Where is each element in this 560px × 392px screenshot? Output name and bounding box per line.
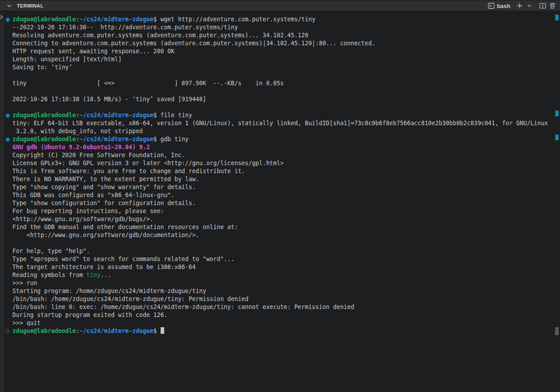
command-gutter <box>4 239 12 247</box>
command-gutter <box>4 263 12 271</box>
terminal-line: Type "show configuration" for configurat… <box>4 199 560 207</box>
terminal-line: zdugue@labradoodle:~/cs24/midterm-zdugue… <box>4 327 560 335</box>
command-gutter <box>4 255 12 263</box>
overview-ruler-mark <box>555 15 559 20</box>
command-gutter <box>4 327 12 335</box>
terminal-line-text: 2022-10-26 17:10:38 (18.5 MB/s) - ‘tiny’… <box>12 95 206 103</box>
panel-collapse-chevron-icon[interactable] <box>4 1 14 11</box>
command-decoration-success-icon[interactable] <box>6 138 10 142</box>
command-decoration-success-icon[interactable] <box>6 114 10 118</box>
command-gutter <box>4 32 12 40</box>
command-gutter <box>4 40 12 48</box>
terminal-icon <box>488 2 495 9</box>
terminal-tab-bash[interactable]: bash <box>488 2 510 9</box>
terminal-line-text: Starting program: /home/zdugue/cs24/midt… <box>12 287 206 295</box>
terminal-line-text: Type "show configuration" for configurat… <box>12 199 196 207</box>
terminal-line <box>4 239 560 247</box>
terminal-line <box>4 103 560 111</box>
new-terminal-button[interactable] <box>515 1 525 11</box>
panel-title: TERMINAL <box>17 3 43 8</box>
terminal-line-text: >>> quit <box>12 319 41 327</box>
command-gutter <box>4 319 12 327</box>
terminal-line-text: For bug reporting instructions, please s… <box>12 207 164 215</box>
terminal-line-text: There is NO WARRANTY, to the extent perm… <box>12 175 199 183</box>
command-gutter <box>4 143 12 151</box>
command-gutter <box>4 159 12 167</box>
terminal-line: License GPLv3+: GNU GPL version 3 or lat… <box>4 159 560 167</box>
terminal-lines: zdugue@labradoodle:~/cs24/midterm-zdugue… <box>4 16 560 335</box>
command-gutter <box>4 63 12 71</box>
terminal-line-text: Reading symbols from tiny... <box>12 271 111 279</box>
terminal-line: Length: unspecified [text/html] <box>4 55 560 63</box>
terminal-line-text: /bin/bash: line 0: exec: /home/zdugue/cs… <box>12 303 354 311</box>
terminal-line-text: 3.2.0, with debug_info, not stripped <box>12 127 143 135</box>
terminal-line-text: During startup program exited with code … <box>12 311 167 319</box>
terminal-line <box>4 71 560 79</box>
command-gutter <box>4 103 12 111</box>
overview-ruler-mark <box>555 327 559 335</box>
terminal-line-text: Type "show copying" and "show warranty" … <box>12 183 196 191</box>
command-gutter <box>4 48 12 55</box>
terminal-line-text: /bin/bash: /home/zdugue/cs24/midterm-zdu… <box>12 295 248 303</box>
command-gutter <box>4 135 12 143</box>
terminal-line: Starting program: /home/zdugue/cs24/midt… <box>4 287 560 295</box>
terminal-body[interactable]: zdugue@labradoodle:~/cs24/midterm-zdugue… <box>4 12 560 392</box>
command-decoration-pending-icon[interactable] <box>6 329 9 333</box>
terminal-line-text: zdugue@labradoodle:~/cs24/midterm-zdugue… <box>12 111 192 119</box>
command-gutter <box>4 183 12 191</box>
command-gutter <box>4 191 12 199</box>
terminal-line-text: --2022-10-26 17:10:38-- http://adventure… <box>12 24 238 32</box>
overview-ruler-mark <box>555 111 559 116</box>
command-gutter <box>4 175 12 183</box>
left-edge-strip <box>0 12 4 392</box>
terminal-line-text: The target architecture is assumed to be… <box>12 263 196 271</box>
command-gutter <box>4 127 12 135</box>
terminal-line-text: Copyright (C) 2020 Free Software Foundat… <box>12 151 185 159</box>
terminal-line-text: zdugue@labradoodle:~/cs24/midterm-zdugue… <box>12 135 189 143</box>
terminal-line-text: HTTP request sent, awaiting response... … <box>12 48 174 55</box>
command-gutter <box>4 279 12 287</box>
command-gutter <box>4 207 12 215</box>
terminal-line-text: License GPLv3+: GNU GPL version 3 or lat… <box>12 159 284 167</box>
terminal-line: tiny [ <=> ] 897.90K --.-KB/s in 0.05s <box>4 79 560 87</box>
command-gutter <box>4 16 12 24</box>
command-gutter <box>4 295 12 303</box>
command-gutter <box>4 151 12 159</box>
terminal-line: 3.2.0, with debug_info, not stripped <box>4 127 560 135</box>
terminal-line: During startup program exited with code … <box>4 311 560 319</box>
split-terminal-button[interactable] <box>538 1 548 11</box>
terminal-line: /bin/bash: /home/zdugue/cs24/midterm-zdu… <box>4 295 560 303</box>
terminal-line-text: GNU gdb (Ubuntu 9.2-0ubuntu1~20.04) 9.2 <box>12 143 150 151</box>
terminal-line: Connecting to adventure.com.puter.system… <box>4 40 560 48</box>
terminal-line-text: <http://www.gnu.org/software/gdb/bugs/>. <box>12 215 154 223</box>
terminal-line: --2022-10-26 17:10:38-- http://adventure… <box>4 24 560 32</box>
command-gutter <box>4 24 12 32</box>
kill-terminal-trash-button[interactable] <box>548 1 557 11</box>
terminal-profile-dropdown-icon[interactable] <box>525 1 534 11</box>
command-decoration-success-icon[interactable] <box>6 18 10 22</box>
terminal-line: There is NO WARRANTY, to the extent perm… <box>4 175 560 183</box>
command-gutter <box>4 111 12 119</box>
command-gutter <box>4 231 12 239</box>
terminal-line: Find the GDB manual and other documentat… <box>4 223 560 231</box>
terminal-line-text: This GDB was configured as "x86_64-linux… <box>12 191 174 199</box>
command-gutter <box>4 95 12 103</box>
terminal-line: Copyright (C) 2020 Free Software Foundat… <box>4 151 560 159</box>
overview-ruler[interactable] <box>554 12 560 392</box>
command-gutter <box>4 71 12 79</box>
terminal-line-text: Length: unspecified [text/html] <box>12 55 122 63</box>
terminal-line-text: zdugue@labradoodle:~/cs24/midterm-zdugue… <box>12 327 164 335</box>
terminal-line: >>> quit <box>4 319 560 327</box>
terminal-line-text: Saving to: ‘tiny’ <box>12 63 72 71</box>
clipped-triangle-icon <box>0 14 4 20</box>
terminal-line-text: >>> run <box>12 279 37 287</box>
terminal-line: This GDB was configured as "x86_64-linux… <box>4 191 560 199</box>
terminal-line-text: tiny: ELF 64-bit LSB executable, x86-64,… <box>12 119 548 127</box>
terminal-line: <http://www.gnu.org/software/gdb/documen… <box>4 231 560 239</box>
command-gutter <box>4 199 12 207</box>
command-gutter <box>4 271 12 279</box>
terminal-line: HTTP request sent, awaiting response... … <box>4 48 560 55</box>
command-gutter <box>4 215 12 223</box>
terminal-line: zdugue@labradoodle:~/cs24/midterm-zdugue… <box>4 135 560 143</box>
terminal-line-text: Type "apropos word" to search for comman… <box>12 255 234 263</box>
